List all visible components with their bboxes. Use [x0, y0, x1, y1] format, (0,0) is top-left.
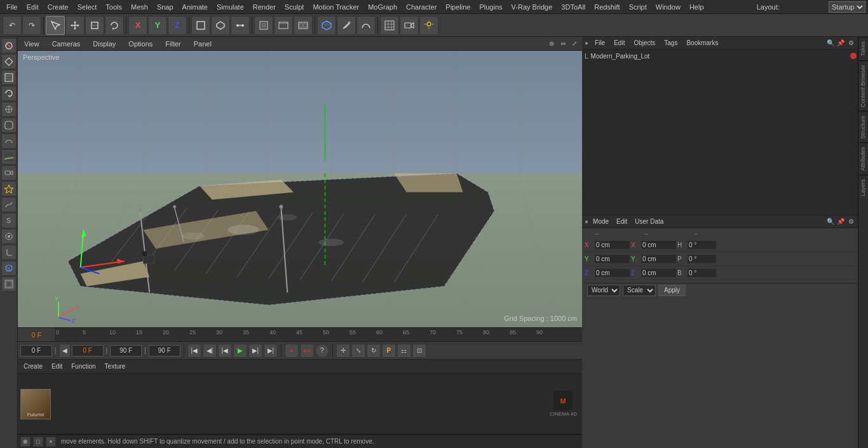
sidebar-btn-nurbs[interactable]	[1, 118, 17, 133]
menu-redshift[interactable]: Redshift	[590, 2, 623, 12]
sidebar-btn-cam[interactable]	[1, 165, 17, 180]
vp-menu-filter[interactable]: Filter	[161, 39, 184, 49]
edge-mode-button[interactable]	[231, 16, 250, 35]
scale-tool-button[interactable]	[85, 16, 104, 35]
om-pin-icon[interactable]: 📌	[836, 39, 845, 48]
coord-p-rot[interactable]	[688, 255, 716, 263]
pen-tool-button[interactable]	[337, 16, 356, 35]
viewport-canvas[interactable]: Perspective	[18, 51, 582, 327]
render-frame-button[interactable]	[274, 16, 293, 35]
coord-y-size[interactable]	[641, 255, 676, 263]
menu-character[interactable]: Character	[402, 2, 440, 12]
transport-start-frame[interactable]	[20, 345, 52, 356]
z-axis-button[interactable]: Z	[168, 16, 187, 35]
status-icon-2[interactable]: □	[33, 437, 43, 447]
vtab-takes[interactable]: Takes	[858, 37, 868, 60]
menu-pipeline[interactable]: Pipeline	[442, 2, 474, 12]
sidebar-btn-light[interactable]	[1, 181, 17, 196]
obj-dot-red[interactable]	[850, 53, 857, 59]
menu-file[interactable]: File	[3, 2, 22, 12]
status-icon-3[interactable]: ×	[46, 437, 56, 447]
vp-menu-cameras[interactable]: Cameras	[48, 39, 85, 49]
attr-user-data[interactable]: User Data	[632, 217, 667, 226]
scale-select[interactable]: Scale	[623, 285, 656, 296]
go-start-btn[interactable]: |◀	[187, 344, 201, 358]
snap-move-btn[interactable]: ✛	[336, 344, 350, 358]
om-tab-file[interactable]: File	[591, 38, 609, 48]
polygon-mode-button[interactable]	[211, 16, 230, 35]
vp-fullscreen-btn[interactable]: ⤢	[569, 39, 580, 49]
sidebar-btn-paint[interactable]: S	[1, 261, 17, 276]
menu-simulate[interactable]: Simulate	[213, 2, 248, 12]
x-axis-button[interactable]: X	[128, 16, 147, 35]
om-tab-bookmarks[interactable]: Bookmarks	[682, 38, 722, 48]
sidebar-btn-spline[interactable]	[1, 197, 17, 212]
attr-edit[interactable]: Edit	[613, 217, 630, 226]
step-back-btn[interactable]: ◀|	[203, 344, 217, 358]
select-tool-button[interactable]	[46, 16, 65, 35]
menu-snap[interactable]: Snap	[153, 2, 177, 12]
menu-render[interactable]: Render	[249, 2, 280, 12]
snap-p-btn[interactable]: P	[382, 344, 396, 358]
attr-pin-icon[interactable]: 📌	[836, 217, 845, 226]
vp-menu-view[interactable]: View	[20, 39, 43, 49]
om-tab-edit[interactable]: Edit	[610, 38, 628, 48]
menu-script[interactable]: Script	[625, 2, 651, 12]
sidebar-btn-bend[interactable]	[1, 245, 17, 260]
sidebar-btn-4[interactable]	[1, 86, 17, 101]
apply-button[interactable]: Apply	[658, 285, 686, 296]
world-select[interactable]: World	[587, 285, 620, 296]
vp-menu-display[interactable]: Display	[89, 39, 119, 49]
attr-settings-icon[interactable]: ⚙	[846, 217, 855, 226]
move-tool-button[interactable]	[65, 16, 85, 35]
menu-edit[interactable]: Edit	[23, 2, 43, 12]
transport-end-frame[interactable]	[110, 345, 142, 356]
vp-menu-panel[interactable]: Panel	[190, 39, 215, 49]
vp-toggle-btn[interactable]: ⊕	[546, 39, 557, 49]
menu-sculpt[interactable]: Sculpt	[281, 2, 308, 12]
vtab-layers[interactable]: Layers	[858, 175, 868, 200]
redo-button[interactable]: ↷	[22, 16, 41, 35]
render-region-button[interactable]	[254, 16, 273, 35]
sidebar-btn-sketch[interactable]: S	[1, 213, 17, 228]
snap-rotate-btn[interactable]: ↻	[367, 344, 381, 358]
vp-arrows-btn[interactable]: ⇔	[558, 39, 568, 49]
om-tab-tags[interactable]: Tags	[660, 38, 681, 48]
timeline-ruler[interactable]: 0 5 10 15 20 25 30 35 40 45 50 55 60 65 …	[56, 328, 582, 342]
coord-x-pos[interactable]	[595, 241, 630, 249]
play-btn[interactable]: ▶	[233, 344, 247, 358]
coord-h-rot[interactable]	[688, 241, 716, 249]
menu-create[interactable]: Create	[44, 2, 72, 12]
material-swatch-futurist[interactable]: Futurist	[20, 389, 51, 419]
obj-item-parking-lot[interactable]: L Modern_Parking_Lot	[582, 50, 868, 62]
mat-texture[interactable]: Texture	[102, 362, 129, 370]
record-auto-btn[interactable]: ●A	[300, 344, 314, 358]
rotate-tool-button[interactable]	[105, 16, 124, 35]
render-anim-button[interactable]	[294, 16, 313, 35]
vtab-structure[interactable]: Structure	[858, 111, 868, 143]
om-search-icon[interactable]: 🔍	[826, 39, 835, 48]
mat-function[interactable]: Function	[68, 362, 98, 370]
menu-window[interactable]: Window	[652, 2, 684, 12]
vtab-attributes[interactable]: Attributes	[858, 142, 868, 175]
sidebar-btn-snap[interactable]	[1, 229, 17, 244]
menu-plugins[interactable]: Plugins	[475, 2, 506, 12]
attr-mode[interactable]: Mode	[590, 217, 612, 226]
cube-button[interactable]	[317, 16, 336, 35]
menu-animate[interactable]: Animate	[179, 2, 212, 12]
coord-z-size[interactable]	[641, 269, 676, 277]
sidebar-btn-texture[interactable]	[1, 276, 17, 292]
transport-end-frame2[interactable]	[149, 345, 180, 356]
record-btn[interactable]: ●	[285, 344, 299, 358]
coord-b-rot[interactable]	[688, 269, 716, 277]
coord-x-size[interactable]	[641, 241, 676, 249]
spline-tool-button[interactable]	[356, 16, 376, 35]
menu-help[interactable]: Help	[686, 2, 708, 12]
coord-z-pos[interactable]	[595, 269, 630, 277]
status-icon-1[interactable]: ⊕	[20, 437, 31, 447]
snap-scale-btn[interactable]: ⤡	[351, 344, 365, 358]
vtab-content-browser[interactable]: Content Browser	[858, 60, 868, 111]
go-end-btn[interactable]: ▶|	[264, 344, 278, 358]
y-axis-button[interactable]: Y	[148, 16, 167, 35]
transport-current-frame[interactable]	[72, 345, 104, 356]
